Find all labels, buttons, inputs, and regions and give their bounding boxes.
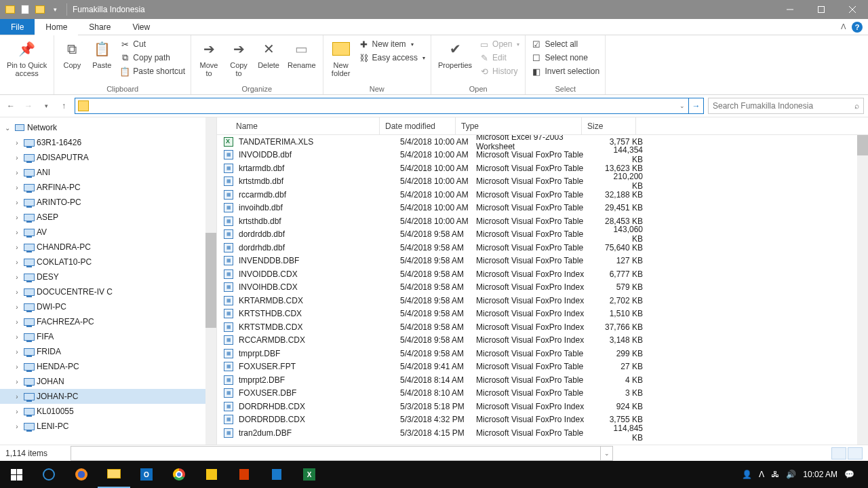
maximize-button[interactable] xyxy=(806,0,837,19)
recent-locations-button[interactable]: ▾ xyxy=(39,99,53,113)
file-row[interactable]: ▦FOXUSER.FPT5/4/2018 9:41 AMMicrosoft Vi… xyxy=(217,360,868,374)
file-row[interactable]: ▦tran2dum.DBF5/3/2018 4:15 PMMicrosoft V… xyxy=(217,426,868,440)
chevron-down-icon[interactable]: ⌄ xyxy=(600,447,612,460)
file-row[interactable]: ▦dordrddb.dbf5/4/2018 9:58 AMMicrosoft V… xyxy=(217,228,868,242)
tree-item[interactable]: ›AV xyxy=(0,225,216,240)
tree-item[interactable]: ›ANI xyxy=(0,165,216,180)
tree-root-network[interactable]: ⌄Network xyxy=(0,120,216,135)
tree-item[interactable]: ›COKLAT10-PC xyxy=(0,255,216,269)
file-row[interactable]: ▦tmprpt.DBF5/4/2018 9:58 AMMicrosoft Vis… xyxy=(217,347,868,360)
app-button-3[interactable] xyxy=(260,461,293,488)
file-row[interactable]: ▦RCCARMDB.CDX5/4/2018 9:58 AMMicrosoft V… xyxy=(217,334,868,348)
file-row[interactable]: ▦KRTSTHDB.CDX5/4/2018 9:58 AMMicrosoft V… xyxy=(217,307,868,321)
app-button-1[interactable] xyxy=(195,461,228,488)
move-to-button[interactable]: ➔Move to xyxy=(195,37,222,79)
file-row[interactable]: ▦DORDRDDB.CDX5/3/2018 4:32 PMMicrosoft V… xyxy=(217,413,868,427)
file-row[interactable]: ▦krtarmdb.dbf5/4/2018 10:00 AMMicrosoft … xyxy=(217,162,868,175)
thumbnails-view-button[interactable] xyxy=(848,447,863,459)
address-dropdown-icon[interactable]: ⌄ xyxy=(676,102,688,109)
tree-item[interactable]: ›ASEP xyxy=(0,210,216,225)
dropdown-bar[interactable]: ⌄ xyxy=(71,446,613,461)
file-row[interactable]: ▦rccarmdb.dbf5/4/2018 10:00 AMMicrosoft … xyxy=(217,188,868,202)
address-bar[interactable]: ⌄ → xyxy=(75,98,704,114)
properties-button[interactable]: ✔Properties xyxy=(435,37,475,71)
column-type[interactable]: Type xyxy=(456,117,582,134)
tab-home[interactable]: Home xyxy=(35,20,78,35)
tab-share[interactable]: Share xyxy=(78,19,121,35)
file-row[interactable]: ▦KRTARMDB.CDX5/4/2018 9:58 AMMicrosoft V… xyxy=(217,294,868,307)
history-button[interactable]: ⟲History xyxy=(477,65,521,77)
file-row[interactable]: ▦KRTSTMDB.CDX5/4/2018 9:58 AMMicrosoft V… xyxy=(217,320,868,334)
file-row[interactable]: ▦krtstmdb.dbf5/4/2018 10:00 AMMicrosoft … xyxy=(217,175,868,189)
rename-button[interactable]: ▭Rename xyxy=(285,37,319,71)
sidebar-scrollbar[interactable] xyxy=(205,117,216,445)
tab-file[interactable]: File xyxy=(0,19,35,35)
easy-access-button[interactable]: ⛓Easy access▾ xyxy=(357,52,427,64)
tree-item[interactable]: ›FIFA xyxy=(0,329,216,344)
copy-to-button[interactable]: ➔Copy to xyxy=(225,37,252,79)
forward-button[interactable]: → xyxy=(22,99,35,113)
file-row[interactable]: ▦INVOIHDB.CDX5/4/2018 9:58 AMMicrosoft V… xyxy=(217,281,868,295)
outlook-button[interactable]: O xyxy=(130,461,163,488)
column-name[interactable]: Name xyxy=(217,117,380,134)
tree-item[interactable]: ›DWI-PC xyxy=(0,299,216,314)
new-item-button[interactable]: ✚New item▾ xyxy=(357,38,427,50)
column-date[interactable]: Date modified xyxy=(380,117,456,134)
file-explorer-button[interactable] xyxy=(98,461,130,488)
app-button-2[interactable] xyxy=(228,461,260,488)
filelist-scrollbar[interactable] xyxy=(857,135,868,445)
copy-button[interactable]: ⧉Copy xyxy=(58,37,85,71)
file-row[interactable]: ▦krtsthdb.dbf5/4/2018 10:00 AMMicrosoft … xyxy=(217,214,868,228)
paste-shortcut-button[interactable]: 📋Paste shortcut xyxy=(118,65,186,77)
search-input[interactable] xyxy=(713,101,842,111)
excel-button[interactable]: X xyxy=(293,461,326,488)
tray-expand-icon[interactable]: ᐱ xyxy=(759,470,764,479)
tree-item[interactable]: ›ADISAPUTRA xyxy=(0,150,216,165)
column-size[interactable]: Size xyxy=(582,117,636,134)
file-row[interactable]: ▦INVOIDDB.CDX5/4/2018 9:58 AMMicrosoft V… xyxy=(217,267,868,281)
search-box[interactable]: ⌕ xyxy=(708,98,864,114)
select-none-button[interactable]: ☐Select none xyxy=(530,52,601,64)
file-row[interactable]: ▦invoihdb.dbf5/4/2018 10:00 AMMicrosoft … xyxy=(217,202,868,215)
close-button[interactable] xyxy=(837,0,868,19)
file-row[interactable]: ▦tmprpt2.DBF5/4/2018 8:14 AMMicrosoft Vi… xyxy=(217,373,868,387)
up-button[interactable]: ↑ xyxy=(57,99,71,113)
back-button[interactable]: ← xyxy=(4,99,18,113)
tree-item[interactable]: ›CHANDRA-PC xyxy=(0,240,216,255)
network-tray-icon[interactable]: 🖧 xyxy=(771,470,779,479)
qat-newfolder-icon[interactable] xyxy=(34,3,46,16)
qat-dropdown-icon[interactable]: ▾ xyxy=(49,3,61,16)
go-button[interactable]: → xyxy=(688,98,703,113)
tree-item[interactable]: ›KL010055 xyxy=(0,404,216,419)
people-icon[interactable]: 👤 xyxy=(742,470,752,479)
firefox-button[interactable] xyxy=(65,461,98,488)
chrome-button[interactable] xyxy=(163,461,195,488)
tree-item[interactable]: ›ARFINA-PC xyxy=(0,180,216,195)
file-row[interactable]: ▦INVOIDDB.dbf5/4/2018 10:00 AMMicrosoft … xyxy=(217,149,868,162)
details-view-button[interactable] xyxy=(831,447,846,459)
paste-button[interactable]: 📋Paste xyxy=(88,37,115,71)
pin-to-quick-access-button[interactable]: 📌Pin to Quick access xyxy=(4,37,50,79)
volume-icon[interactable]: 🔊 xyxy=(786,470,796,479)
open-button[interactable]: ▭Open▾ xyxy=(477,38,521,50)
select-all-button[interactable]: ☑Select all xyxy=(530,38,601,50)
file-row[interactable]: TANDATERIMA.XLS5/4/2018 10:00 AMMicrosof… xyxy=(217,135,868,149)
invert-selection-button[interactable]: ◧Invert selection xyxy=(530,65,601,77)
qat-properties-icon[interactable] xyxy=(19,3,31,16)
help-icon[interactable]: ? xyxy=(852,22,863,33)
tree-item[interactable]: ›FACHREZA-PC xyxy=(0,314,216,329)
tree-item[interactable]: ›DESY xyxy=(0,269,216,284)
tree-item[interactable]: ›JOHAN xyxy=(0,374,216,389)
cut-button[interactable]: ✂Cut xyxy=(118,38,186,50)
tree-item[interactable]: ›LENI-PC xyxy=(0,419,216,434)
tree-item[interactable]: ›HENDA-PC xyxy=(0,359,216,374)
tab-view[interactable]: View xyxy=(121,19,161,35)
delete-button[interactable]: ✕Delete xyxy=(255,37,282,71)
clock[interactable]: 10:02 AM xyxy=(803,470,837,479)
file-row[interactable]: ▦FOXUSER.DBF5/4/2018 8:10 AMMicrosoft Vi… xyxy=(217,387,868,400)
tree-item[interactable]: ›DOCUCENTRE-IV C xyxy=(0,284,216,299)
edit-button[interactable]: ✎Edit xyxy=(477,52,521,64)
action-center-icon[interactable]: 💬 xyxy=(844,470,854,479)
minimize-button[interactable] xyxy=(774,0,806,19)
collapse-ribbon-icon[interactable]: ᐱ xyxy=(841,22,846,31)
